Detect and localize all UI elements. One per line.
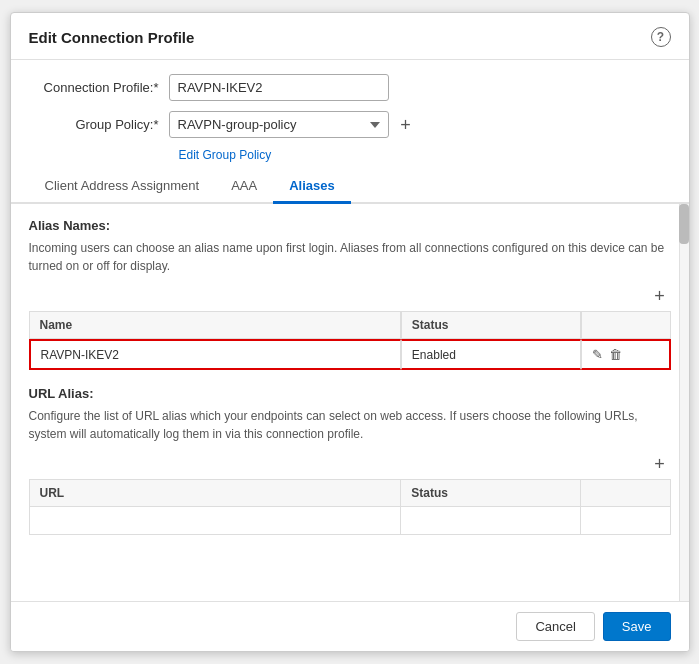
cancel-button[interactable]: Cancel xyxy=(516,612,594,641)
scrollbar-track[interactable] xyxy=(679,204,689,601)
alias-actions-cell: ✎ 🗑 xyxy=(581,339,671,370)
alias-table-header: Name Status xyxy=(29,311,671,339)
alias-delete-button[interactable]: 🗑 xyxy=(609,347,622,362)
url-col-status: Status xyxy=(401,480,580,507)
tab-aaa[interactable]: AAA xyxy=(215,170,273,204)
alias-action-icons: ✎ 🗑 xyxy=(592,347,659,362)
connection-profile-label: Connection Profile:* xyxy=(29,80,169,95)
content-area: Alias Names: Incoming users can choose a… xyxy=(11,204,689,601)
url-alias-desc: Configure the list of URL alias which yo… xyxy=(29,407,671,443)
url-alias-title: URL Alias: xyxy=(29,386,671,401)
edit-connection-profile-modal: Edit Connection Profile ? Connection Pro… xyxy=(10,12,690,652)
form-section: Connection Profile:* Group Policy:* RAVP… xyxy=(11,60,689,166)
add-url-button[interactable]: + xyxy=(649,453,671,475)
tab-aliases[interactable]: Aliases xyxy=(273,170,351,204)
alias-status-cell: Enabled xyxy=(401,339,581,370)
modal-header: Edit Connection Profile ? xyxy=(11,13,689,60)
save-button[interactable]: Save xyxy=(603,612,671,641)
alias-names-section: Alias Names: Incoming users can choose a… xyxy=(29,218,671,370)
url-table-header: URL Status xyxy=(29,480,670,507)
url-table-empty-row xyxy=(29,507,670,535)
url-empty-name xyxy=(29,507,401,535)
group-policy-select-wrap: RAVPN-group-policy + xyxy=(169,111,417,138)
modal-title: Edit Connection Profile xyxy=(29,29,195,46)
alias-table-row: RAVPN-IKEV2 Enabled ✎ 🗑 xyxy=(29,339,671,370)
scrollbar-thumb[interactable] xyxy=(679,204,689,244)
alias-name-cell: RAVPN-IKEV2 xyxy=(29,339,401,370)
connection-profile-row: Connection Profile:* xyxy=(29,74,671,101)
add-group-policy-button[interactable]: + xyxy=(395,114,417,136)
edit-policy-link[interactable]: Edit Group Policy xyxy=(179,148,671,166)
group-policy-label: Group Policy:* xyxy=(29,117,169,132)
group-policy-row: Group Policy:* RAVPN-group-policy + xyxy=(29,111,671,138)
alias-names-table: Name Status RAVPN-IKEV2 Enabled ✎ 🗑 xyxy=(29,311,671,370)
alias-edit-button[interactable]: ✎ xyxy=(592,347,603,362)
url-alias-section: URL Alias: Configure the list of URL ali… xyxy=(29,386,671,535)
connection-profile-input[interactable] xyxy=(169,74,389,101)
alias-add-row: + xyxy=(29,285,671,307)
url-empty-status xyxy=(401,507,580,535)
url-add-row: + xyxy=(29,453,671,475)
url-alias-table: URL Status xyxy=(29,479,671,535)
alias-col-name: Name xyxy=(29,311,401,339)
url-empty-actions xyxy=(580,507,670,535)
modal-footer: Cancel Save xyxy=(11,601,689,651)
url-col-actions xyxy=(580,480,670,507)
alias-names-title: Alias Names: xyxy=(29,218,671,233)
alias-col-actions xyxy=(581,311,671,339)
alias-col-status: Status xyxy=(401,311,581,339)
group-policy-select[interactable]: RAVPN-group-policy xyxy=(169,111,389,138)
add-alias-button[interactable]: + xyxy=(649,285,671,307)
help-icon[interactable]: ? xyxy=(651,27,671,47)
url-col-url: URL xyxy=(29,480,401,507)
tabs-row: Client Address Assignment AAA Aliases xyxy=(11,170,689,204)
tab-client-address-assignment[interactable]: Client Address Assignment xyxy=(29,170,216,204)
alias-names-desc: Incoming users can choose an alias name … xyxy=(29,239,671,275)
